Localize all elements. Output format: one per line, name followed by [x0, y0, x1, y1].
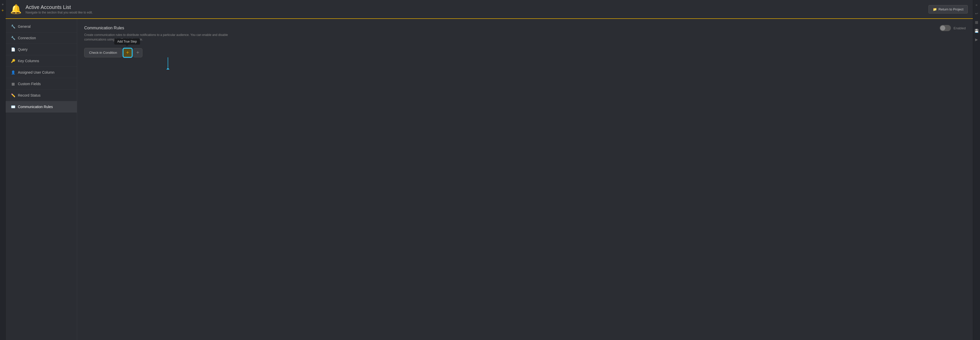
- edit-icon: ✏️: [11, 93, 15, 97]
- top-bar-title: Active Accounts List Navigate to the sec…: [25, 4, 93, 14]
- top-bar: 🔔 Active Accounts List Navigate to the s…: [6, 0, 973, 19]
- add-true-step-button[interactable]: +: [123, 48, 132, 57]
- add-panel-button[interactable]: +: [2, 8, 4, 13]
- condition-label: Check-in Condition: [89, 51, 117, 55]
- right-strip: « ↩ ▦ 💾 ▶: [973, 0, 980, 340]
- sidebar-item-label: Record Status: [18, 93, 41, 97]
- query-icon: 📄: [11, 47, 15, 52]
- main-panel: Communication Rules Enabled Create commu…: [77, 19, 973, 340]
- flow-area: Check-in Condition Add True Step + +: [84, 48, 966, 70]
- sidebar-item-label: Key Columns: [18, 59, 39, 63]
- sidebar-item-label: Query: [18, 47, 27, 52]
- sidebar-item-record-status[interactable]: ✏️ Record Status: [6, 90, 77, 101]
- section-header: Communication Rules Enabled: [84, 25, 966, 31]
- sidebar-item-assigned-user[interactable]: 👤 Assigned User Column: [6, 67, 77, 78]
- check-in-condition-node: Check-in Condition: [84, 48, 122, 57]
- collapse-left-button[interactable]: »: [2, 3, 3, 6]
- sidebar-item-label: Communication Rules: [18, 105, 53, 109]
- plus-icon: +: [126, 50, 129, 55]
- top-bar-left: 🔔 Active Accounts List Navigate to the s…: [10, 3, 93, 15]
- add-false-step-button[interactable]: +: [133, 48, 142, 57]
- sidebar-item-custom-fields[interactable]: ▦ Custom Fields: [6, 78, 77, 90]
- sidebar: 🔧 General 🔧 Connection 📄 Query 🔑 Key Col…: [6, 19, 77, 340]
- page-title: Active Accounts List: [25, 4, 93, 10]
- save-button[interactable]: 💾: [974, 28, 980, 34]
- page-subtitle: Navigate to the section that you would l…: [25, 11, 93, 14]
- enabled-toggle[interactable]: [940, 25, 951, 31]
- sidebar-item-label: Assigned User Column: [18, 70, 54, 74]
- collapse-right-button[interactable]: «: [974, 2, 980, 8]
- sidebar-item-key-columns[interactable]: 🔑 Key Columns: [6, 55, 77, 67]
- left-strip: » +: [0, 0, 6, 340]
- connection-icon: 🔧: [11, 36, 15, 40]
- key-icon: 🔑: [11, 59, 15, 63]
- sidebar-item-general[interactable]: 🔧 General: [6, 21, 77, 32]
- toggle-container: Enabled: [940, 25, 966, 31]
- main-content: 🔔 Active Accounts List Navigate to the s…: [6, 0, 973, 340]
- section-description: Create communication rules to distribute…: [84, 33, 237, 42]
- sidebar-item-connection[interactable]: 🔧 Connection: [6, 32, 77, 44]
- return-to-project-button[interactable]: 📁 Return to Project: [928, 5, 968, 14]
- return-folder-icon: 📁: [933, 7, 937, 11]
- wrench-icon: 🔧: [11, 24, 15, 28]
- return-to-project-label: Return to Project: [939, 7, 963, 11]
- sidebar-item-query[interactable]: 📄 Query: [6, 44, 77, 55]
- sidebar-item-communication-rules[interactable]: ✉️ Communication Rules: [6, 101, 77, 113]
- undo-button[interactable]: ↩: [974, 11, 980, 16]
- nodes-row: Check-in Condition Add True Step + +: [84, 48, 142, 57]
- table-icon: ▦: [11, 82, 15, 86]
- email-icon: ✉️: [11, 105, 15, 109]
- play-button[interactable]: ▶: [974, 37, 980, 42]
- grid-view-button[interactable]: ▦: [974, 19, 980, 25]
- toggle-label: Enabled: [953, 26, 966, 30]
- body-layout: 🔧 General 🔧 Connection 📄 Query 🔑 Key Col…: [6, 19, 973, 340]
- add-true-container: Add True Step +: [122, 48, 132, 57]
- section-title: Communication Rules: [84, 26, 124, 30]
- user-icon: 👤: [11, 70, 15, 74]
- bell-icon: 🔔: [10, 3, 22, 15]
- sidebar-item-label: Connection: [18, 36, 36, 40]
- sidebar-item-label: General: [18, 24, 30, 28]
- plus-icon: +: [136, 50, 139, 55]
- sidebar-item-label: Custom Fields: [18, 82, 41, 86]
